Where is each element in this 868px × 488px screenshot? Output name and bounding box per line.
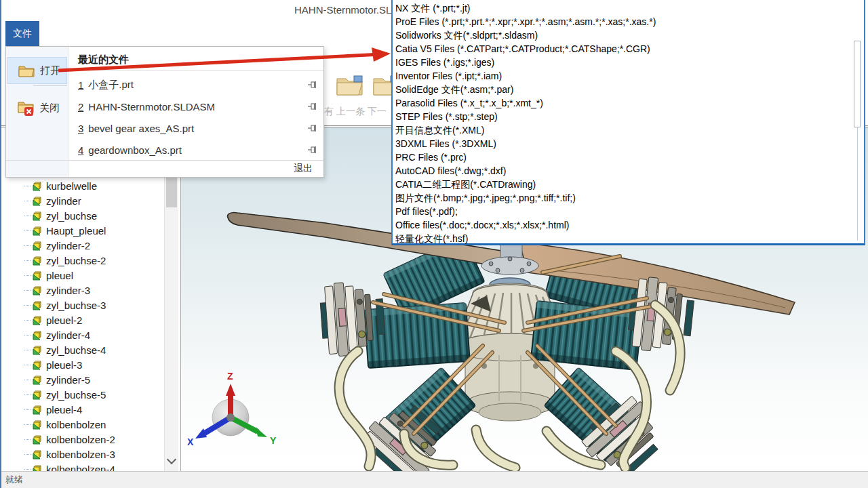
tree-item[interactable]: kolbenbolzen-3 [0,447,180,462]
file-type-option[interactable]: 3DXML Files (*.3DXML) [393,137,864,150]
tree-item[interactable]: zyl_buchse-5 [0,387,180,402]
menu-separator [33,85,67,86]
recent-file-name: bevel gear axes_AS.prt [88,123,194,134]
part-cube-icon [32,344,43,355]
file-type-option[interactable]: PRC Files (*.prc) [393,150,864,164]
part-cube-icon [32,404,43,415]
tree-item[interactable]: zyl_buchse-3 [0,298,180,312]
divider [68,70,323,70]
part-cube-icon [32,240,43,251]
tree-item[interactable]: zylinder-2 [0,238,180,253]
tree-item[interactable]: kolbenbolzen-2 [0,432,180,447]
file-type-option[interactable]: 轻量化文件(*.hsf) [393,232,864,245]
tree-connector [24,409,31,410]
file-type-option[interactable]: SolidEdge 文件(*.asm;*.par) [393,83,864,96]
recent-files-section: 最近的文件 1 小盒子.prt 2 [68,47,323,160]
pushpin-icon[interactable] [307,80,317,89]
file-type-option[interactable]: IGES Files (*.igs;*.iges) [393,56,864,69]
file-type-option[interactable]: NX 文件 (*.prt;*.jt) [393,1,864,15]
recent-file-item[interactable]: 4 geardownbox_As.prt [68,139,323,161]
file-menu-panel: 打开 关闭 最近的文件 1 小盒子.prt [5,46,324,178]
menu-item-close[interactable]: 关闭 [7,94,67,121]
part-cube-icon [32,195,43,206]
tree-item[interactable]: zylinder-5 [0,372,180,387]
tree-item[interactable]: pleuel-4 [0,402,180,417]
tab-file[interactable]: 文件 [5,21,39,46]
tree-connector [24,365,31,365]
toolbar-folder-icon[interactable] [335,73,365,98]
recent-file-item[interactable]: 2 HAHN-Sternmotor.SLDASM [68,96,323,117]
part-cube-icon [32,255,43,266]
tree-item[interactable]: pleuel [0,268,180,283]
tree-connector [24,394,31,395]
tree-item[interactable]: Haupt_pleuel [0,223,180,238]
recent-file-item[interactable]: 1 小盒子.prt [68,74,323,96]
tab-file-label: 文件 [13,28,32,40]
pushpin-icon[interactable] [307,145,317,155]
dropdown-scrollbar-thumb[interactable] [854,41,861,127]
tree-connector [24,216,31,216]
tree-item[interactable]: kolbenbolzen-4 [0,462,180,471]
ribbon-prev-next-buttons[interactable]: 有 上一条 下一 [324,106,391,118]
file-type-option[interactable]: Parasolid Files (*.x_t;*.x_b;*.xmt_*) [393,96,864,110]
file-type-option[interactable]: Inventor Files (*.ipt;*.iam) [393,69,864,83]
part-cube-icon [32,314,43,325]
tree-connector [24,305,31,306]
part-cube-icon [32,270,43,281]
part-cube-icon [32,434,43,445]
tree-item[interactable]: zyl_buchse-2 [0,253,180,268]
status-bar: 就绪 [0,471,868,488]
file-type-option[interactable]: 开目信息文件(*.XML) [393,123,864,137]
tree-item[interactable]: zyl_buchse-4 [0,342,180,357]
tree-connector [24,230,31,231]
tree-item[interactable]: pleuel-3 [0,357,180,372]
file-type-option[interactable]: Office files(*.doc;*.docx;*.xls;*.xlsx;*… [393,218,864,232]
model-tree-panel: kurbelwelle zylinder [0,127,181,471]
recent-file-name: 小盒子.prt [88,79,134,92]
menu-item-open[interactable]: 打开 [7,57,67,84]
file-menu-left-column: 打开 关闭 [6,47,68,177]
tree-connector [24,350,31,350]
pushpin-icon[interactable] [307,123,317,133]
tree-scrollbar[interactable] [164,173,178,471]
tree-item[interactable]: zylinder [0,193,180,208]
tree-item[interactable]: zylinder-3 [0,283,180,298]
file-type-option[interactable]: ProE Files (*.prt;*.prt.*;*.xpr;*.xpr.*;… [393,15,864,28]
menu-item-open-label: 打开 [40,64,60,77]
window-title: HAHN-Sternmotor.SL [294,4,391,16]
chevron-down-icon[interactable] [167,455,176,464]
menu-footer: 退出 [6,160,323,177]
tree-connector [24,454,31,455]
pushpin-icon[interactable] [307,102,317,111]
file-type-option[interactable]: 图片文件(*.bmp;*.jpg;*.jpeg;*.png;*.tiff;*.t… [393,191,864,205]
tree-connector [24,320,31,321]
file-type-option[interactable]: STEP Files (*.stp;*.step) [393,110,864,123]
file-type-option[interactable]: CATIA二维工程图(*.CATDrawing) [393,178,864,191]
menu-item-close-label: 关闭 [39,102,60,115]
tree-item[interactable]: zylinder-4 [0,327,180,342]
part-cube-icon [32,180,43,191]
tree-connector [24,275,31,276]
tree-connector [24,186,31,186]
tree-connector [24,260,31,261]
file-type-options: NX 文件 (*.prt;*.jt) ProE Files (*.prt;*.p… [393,1,864,245]
tree-item[interactable]: zyl_buchse [0,208,180,223]
file-type-option[interactable]: Pdf files(*.pdf); [393,205,864,218]
part-cube-icon [32,419,43,430]
tree-connector [24,201,31,201]
part-cube-icon [32,359,43,370]
file-type-option[interactable]: AutoCAD files(*.dwg;*.dxf) [393,164,864,178]
tree-connector [24,380,31,380]
tree-item[interactable]: kurbelwelle [0,178,180,193]
recent-files-header: 最近的文件 [78,54,129,66]
tree-scrollbar-thumb[interactable] [166,178,177,207]
tree-item[interactable]: pleuel-2 [0,312,180,327]
part-cube-icon [32,374,43,385]
tree-connector [24,290,31,291]
file-type-option[interactable]: Catia V5 Files (*.CATPart;*.CATProduct;*… [393,42,864,56]
tree-item[interactable]: kolbenbolzen [0,417,180,432]
recent-file-item[interactable]: 3 bevel gear axes_AS.prt [68,117,323,139]
exit-button[interactable]: 退出 [294,163,313,174]
recent-file-name: HAHN-Sternmotor.SLDASM [88,101,215,113]
file-type-option[interactable]: Solidworks 文件(*.sldprt;*.sldasm) [393,28,864,42]
